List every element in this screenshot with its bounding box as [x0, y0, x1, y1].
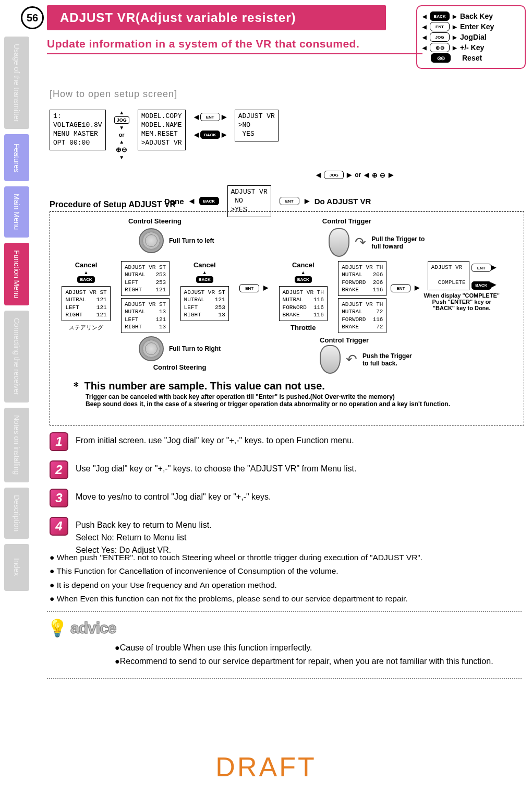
throttle-label: Throttle — [291, 324, 316, 332]
back-key-badge: BACK — [199, 197, 219, 205]
sidebar-tab-features[interactable]: Features — [4, 134, 29, 181]
step-row: 3 Move to yes/no to control "Jog dial" k… — [50, 489, 519, 507]
jog-key-badge: JOG — [430, 32, 450, 42]
note-item: When Even this function can not fix the … — [50, 592, 519, 606]
advice-item: Recommend to send to our service departm… — [115, 655, 522, 668]
arrow-left-icon: ◀ — [194, 113, 199, 121]
lcd-screen-initial: 1: VOLTAGE10.8V MENU MASTER OPT 00:00 — [50, 110, 106, 150]
page-subtitle: Update information in a system of the VR… — [47, 38, 422, 54]
back-key-badge: BACK — [471, 281, 491, 290]
page-title: ADJUST VR(Adjust variable resister) — [60, 10, 296, 25]
lightbulb-icon: 💡 — [47, 618, 67, 638]
reset-key-badge: ⊙⊙ — [431, 53, 451, 63]
control-steering-label: Control Steering — [128, 217, 182, 225]
arrow-left-icon: ◀ — [194, 131, 199, 138]
enter-key-label: Enter Key — [460, 22, 494, 31]
lcd-st-121: ADJUST VR ST NUTRAL 121 LEFT 121 RIGHT 1… — [62, 286, 110, 321]
or-label: or — [355, 171, 361, 179]
advice-heading: 💡 advice — [47, 618, 522, 638]
steering-wheel-icon — [139, 336, 164, 361]
full-turn-left-label: Full Turn to left — [169, 237, 214, 244]
lcd-complete: ADJUST VR COMPLETE — [428, 261, 469, 290]
back-key-badge: BACK — [295, 276, 312, 283]
arrow-right-icon: ▶ — [453, 45, 457, 51]
plusminus-icon: ⊕⊖ — [116, 146, 127, 153]
step-number-2: 2 — [50, 460, 68, 479]
control-trigger-label: Control Trigger — [322, 217, 371, 225]
step-text: Use "Jog dial" key or "+,-" keys. to cho… — [76, 460, 356, 475]
howto-heading: [How to open setup screen] — [50, 89, 177, 100]
ent-key-badge: ENT — [471, 264, 491, 272]
procedure-diagram: Control Steering Control Trigger Full Tu… — [50, 211, 524, 425]
back-key-badge: BACK — [430, 11, 450, 21]
full-turn-right-label: Full Turn to Right — [169, 345, 221, 352]
pull-foward-label: Pull the Trigger to full foward — [371, 235, 425, 250]
arrow-right-icon: ▶ — [453, 34, 457, 40]
step-text: From initial screen. use "Jog dial" key … — [76, 432, 354, 447]
arrow-right-icon: ▶ — [305, 197, 309, 205]
arrow-left-icon: ◀ — [422, 34, 427, 40]
arrow-right-icon: ▶ — [222, 131, 226, 138]
lcd-screen-menu: MODEL.COPY MODEL.NAME MEM.RESET >ADJUST … — [138, 110, 186, 150]
notes-list: When push "ENTER". not to touch Steering… — [50, 551, 519, 606]
jog-or-plusminus: ▲ JOG ▼ or ▲ ⊕⊖ ▼ — [114, 110, 129, 160]
sidebar-tab-index[interactable]: Index — [4, 544, 29, 591]
lcd-th-206: ADJUST VR TH NUTRAL 206 FORWORD 206 BRAK… — [338, 261, 386, 296]
sidebar-tab-description[interactable]: Description — [4, 488, 29, 539]
sidebar-tab-connecting[interactable]: Connecting the receiver — [4, 311, 29, 403]
ent-key-badge: ENT — [239, 284, 259, 292]
setup-flow: 1: VOLTAGE10.8V MENU MASTER OPT 00:00 ▲ … — [50, 110, 519, 204]
page-title-bar: ADJUST VR(Adjust variable resister) — [47, 5, 386, 30]
arrow-right-icon: ▶ — [347, 171, 352, 179]
sidebar-tab-function-menu[interactable]: Function Menu — [4, 243, 29, 306]
steering-jp-label: ステアリング — [69, 324, 103, 332]
reset-key-label: Reset — [462, 54, 482, 62]
curve-arrow-icon: ↷ — [355, 234, 366, 251]
lcd-st-mixed: ADJUST VR ST NUTRAL 121 LEFT 253 RIGHT 1… — [180, 286, 229, 321]
step-text: Move to yes/no to control "Jog dial" key… — [76, 489, 271, 503]
trigger-icon — [329, 228, 349, 257]
control-steering-label: Control Steering — [153, 363, 207, 371]
arrow-right-icon: ▶ — [453, 24, 457, 30]
note-item: When push "ENTER". not to touch Steering… — [50, 551, 519, 564]
arrow-left-icon: ◀ — [422, 24, 427, 30]
ent-key-badge: ENT — [391, 284, 410, 292]
sidebar-tab-notes[interactable]: Notes on installing — [4, 408, 29, 482]
steering-wheel-icon — [139, 228, 164, 253]
back-key-badge: BACK — [200, 131, 220, 139]
push-back-label: Push the Trigger to full back. — [362, 352, 412, 367]
step-row: 1 From initial screen. use "Jog dial" ke… — [50, 432, 519, 451]
sidebar-tab-main-menu[interactable]: Main Menu — [4, 186, 29, 237]
note-item: It is depend on your Use frequency and A… — [50, 578, 519, 592]
ent-key-badge: ENT — [200, 113, 220, 121]
do-adjust-label: Do ADJUST VR — [315, 197, 371, 206]
back-key-badge: BACK — [77, 276, 94, 283]
lcd-st-13: ADJUST VR ST NUTRAL 13 LEFT 121 RIGHT 13 — [121, 298, 170, 333]
star-sub2: Beep sound does it, in the case of a ste… — [86, 400, 518, 408]
arrow-right-icon: ▶ — [491, 281, 496, 288]
sidebar-tab-usage[interactable]: Usage of the transmitter — [4, 37, 29, 129]
key-legend: ◀ BACK ▶ Back Key ◀ ENT ▶ Enter Key ◀ JO… — [416, 5, 526, 69]
control-trigger-label: Control Trigger — [320, 336, 369, 344]
pm-key-badge: ⊕ ⊖ — [430, 43, 450, 52]
lcd-th-116: ADJUST VR TH NUTRAL 116 FORWORD 116 BRAK… — [279, 286, 328, 321]
cancel-label: Cancel — [292, 261, 315, 269]
arrow-right-icon: ▶ — [222, 113, 226, 121]
arrow-left-icon: ◀ — [422, 14, 427, 19]
trigger-icon — [320, 345, 341, 374]
lcd-st-253: ADJUST VR ST NUTRAL 253 LEFT 253 RIGHT 1… — [121, 261, 170, 296]
arrow-left-icon: ◀ — [422, 45, 427, 51]
arrow-left-icon: ◀ — [364, 171, 369, 179]
side-tabs: Usage of the transmitter Features Main M… — [4, 37, 29, 591]
complete-note: When display "COMPLETE" Push "ENTER" key… — [424, 292, 500, 311]
sample-value-warning: ＊ This number are sample. This value can… — [71, 379, 518, 393]
arrow-right-icon: ▶ — [389, 171, 393, 179]
advice-label: advice — [70, 619, 116, 637]
cancel-label: Cancel — [75, 261, 98, 269]
ent-key-badge: ENT — [430, 22, 450, 31]
advice-item: Cause of trouble When use this function … — [115, 641, 522, 655]
draft-watermark: DRAFT — [215, 751, 316, 783]
step-row: 2 Use "Jog dial" key or "+,-" keys. to c… — [50, 460, 519, 479]
lcd-th-72: ADJUST VR TH NUTRAL 72 FORWORD 116 BRAKE… — [338, 298, 386, 333]
arrow-left-icon: ◀ — [189, 197, 194, 205]
